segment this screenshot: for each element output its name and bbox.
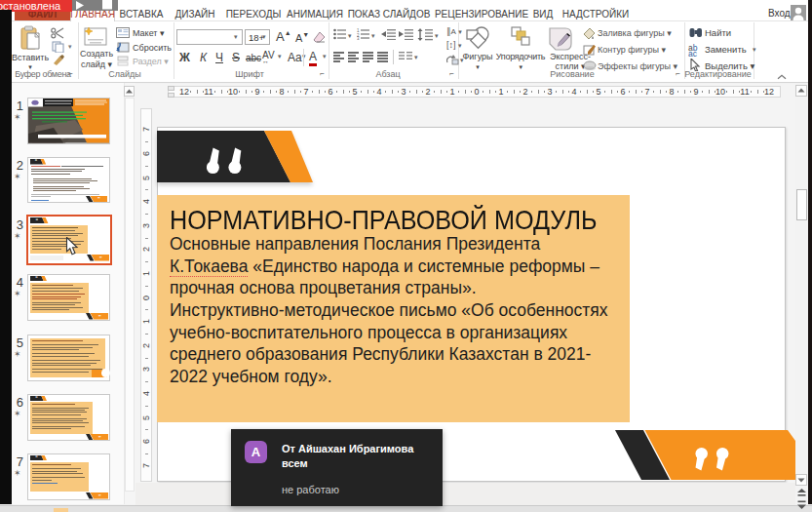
- svg-text:“: “: [35, 217, 38, 223]
- svg-text:”: ”: [99, 255, 102, 261]
- svg-text:3: 3: [357, 36, 360, 40]
- svg-text:”: ”: [97, 196, 100, 202]
- svg-text:”: ”: [98, 492, 101, 499]
- svg-text:”: ”: [98, 434, 101, 441]
- svg-text:”: ”: [98, 313, 101, 320]
